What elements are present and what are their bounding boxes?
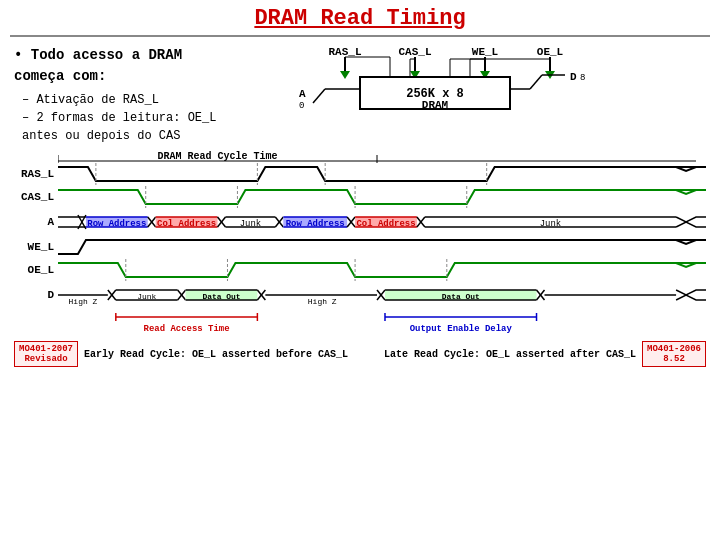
output-enable-delay-label: Output Enable Delay xyxy=(410,324,513,334)
d-waveform: High Z Junk Data Out xyxy=(58,282,706,308)
junk-2-label: Junk xyxy=(540,219,561,229)
bottom-annot-svg: Read Access Time Output Enable Delay xyxy=(58,309,706,337)
chip-sublabel: DRAM xyxy=(422,99,449,111)
dataout-2-label: Data Out xyxy=(442,292,480,301)
oe-waveform xyxy=(58,259,706,281)
ras-arrow xyxy=(340,71,350,79)
bottom-annotations: Read Access Time Output Enable Delay xyxy=(58,309,706,337)
we-signal-name: WE_L xyxy=(14,241,58,253)
d-num-chip: 8 xyxy=(580,73,585,83)
a-row: A Row Address Co xyxy=(14,209,706,235)
ras-label: RAS_L xyxy=(328,46,361,58)
read-access-time-label: Read Access Time xyxy=(144,324,230,334)
dataout-1-label: Data Out xyxy=(202,292,240,301)
cas-svg xyxy=(58,186,706,208)
footer: MO401-2007 Revisado Early Read Cycle: OE… xyxy=(0,337,720,367)
highz-2-label: High Z xyxy=(308,297,337,306)
d-row: D High Z Junk Data Out xyxy=(14,282,706,308)
intro-text: • Todo acesso a DRAM começa com: Ativaçã… xyxy=(14,45,234,145)
we-label: WE_L xyxy=(472,46,499,58)
oe-signal-name: OE_L xyxy=(14,264,58,276)
oe-row: OE_L xyxy=(14,259,706,281)
cas-signal-name: CAS_L xyxy=(14,191,58,203)
d-signal-name: D xyxy=(14,289,58,301)
chip-svg: RAS_L CAS_L WE_L OE_L A 0 xyxy=(295,45,655,113)
cycle-time-svg: DRAM Read Cycle Time xyxy=(58,149,696,163)
highz-1-label: High Z xyxy=(69,297,98,306)
bullet-item-2: 2 formas de leitura: OE_L antes ou depoi… xyxy=(22,109,234,145)
a-svg: Row Address Col Address Junk xyxy=(58,209,706,235)
we-svg xyxy=(58,236,706,258)
a-waveform: Row Address Col Address Junk xyxy=(58,209,706,235)
main-bullet: • Todo acesso a DRAM começa com: xyxy=(14,45,234,87)
bullet-list: Ativação de RAS_L 2 formas de leitura: O… xyxy=(14,91,234,145)
row-addr-1-label: Row Address xyxy=(87,219,146,229)
svg-line-8 xyxy=(530,75,542,89)
badge-left: MO401-2007 Revisado xyxy=(14,341,78,367)
ras-row: RAS_L xyxy=(14,163,706,185)
d-svg: High Z Junk Data Out xyxy=(58,282,706,308)
cas-label: CAS_L xyxy=(398,46,431,58)
oe-label: OE_L xyxy=(537,46,564,58)
cas-row: CAS_L xyxy=(14,186,706,208)
we-row: WE_L xyxy=(14,236,706,258)
junk-1-label: Junk xyxy=(240,219,261,229)
top-section: • Todo acesso a DRAM começa com: Ativaçã… xyxy=(0,37,720,145)
we-waveform xyxy=(58,236,706,258)
footer-left-text: Early Read Cycle: OE_L asserted before C… xyxy=(84,349,348,360)
ras-signal-name: RAS_L xyxy=(14,168,58,180)
badge-right: MO401-2006 8.52 xyxy=(642,341,706,367)
bullet-item-1: Ativação de RAS_L xyxy=(22,91,234,109)
oe-svg xyxy=(58,259,706,281)
cas-waveform xyxy=(58,186,706,208)
d-label-chip: D xyxy=(570,71,577,83)
col-addr-2-label: Col Address xyxy=(356,219,415,229)
ras-waveform xyxy=(58,163,706,185)
footer-right-text: Late Read Cycle: OE_L asserted after CAS… xyxy=(384,349,636,360)
chip-diagram: RAS_L CAS_L WE_L OE_L A 0 xyxy=(244,45,706,113)
a-num-chip: 0 xyxy=(299,101,304,111)
ras-svg xyxy=(58,163,706,185)
col-addr-1-label: Col Address xyxy=(157,219,216,229)
svg-line-4 xyxy=(313,89,325,103)
timing-area: DRAM Read Cycle Time RAS_L CAS_L xyxy=(14,149,706,337)
cycle-time-label: DRAM Read Cycle Time xyxy=(157,151,277,162)
a-label-chip: A xyxy=(299,88,306,100)
page-title: DRAM Read Timing xyxy=(10,0,710,37)
a-signal-name: A xyxy=(14,216,58,228)
junk-d-label: Junk xyxy=(137,292,156,301)
row-addr-2-label: Row Address xyxy=(286,219,345,229)
